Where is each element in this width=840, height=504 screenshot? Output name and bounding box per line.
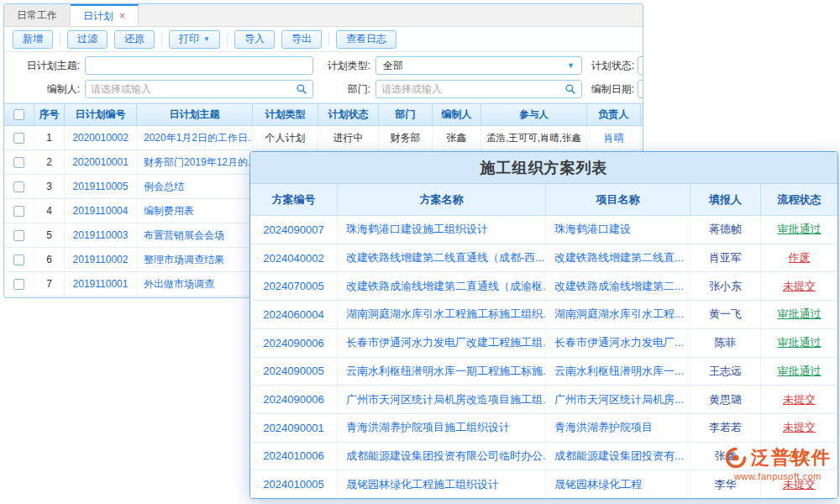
cell-plan-code[interactable]: 2019110005: [65, 175, 137, 198]
status-badge[interactable]: 未提交: [761, 272, 837, 300]
import-button[interactable]: 导入: [234, 30, 275, 49]
tab-daily-work[interactable]: 日常工作: [4, 4, 71, 26]
compile-date-input[interactable]: [638, 80, 643, 98]
toolbar-separator: [227, 33, 228, 46]
cell-plan-number[interactable]: 2024040002: [250, 244, 338, 272]
plan-type-select[interactable]: 全部 ▼: [375, 56, 582, 75]
cell-project-name[interactable]: 珠海鹤港口建设: [546, 216, 690, 244]
table-row[interactable]: 2024090001 青海洪湖养护院项目施工组织设计 青海洪湖养护院项目 李若若…: [250, 414, 837, 443]
row-checkbox[interactable]: [13, 157, 24, 168]
cell-plan-number[interactable]: 2024010005: [250, 470, 338, 498]
status-badge[interactable]: 审批通过: [761, 216, 837, 244]
cell-plan-code[interactable]: 2020010001: [65, 150, 137, 174]
cell-plan-subject[interactable]: 财务部门2019年12月的...: [137, 150, 253, 174]
cell-owner[interactable]: 肖晴: [587, 126, 641, 150]
cell-plan-name[interactable]: 晟铭园林绿化工程施工组织设计: [338, 470, 546, 498]
dept-search-field: [375, 80, 582, 98]
filter-row-1: 日计划主题: 计划类型: 全部 ▼ 计划状态:: [4, 54, 643, 77]
table-row[interactable]: 2024090005 云南水利枢纽潜明水库一期工程施工标施... 云南水利枢纽潜…: [250, 358, 837, 386]
export-button[interactable]: 导出: [281, 30, 322, 49]
plan-status-select[interactable]: [638, 56, 643, 75]
status-badge[interactable]: 未提交: [761, 386, 837, 413]
cell-plan-subject[interactable]: 例会总结: [137, 175, 253, 198]
cell-plan-subject[interactable]: 外出做市场调查: [137, 272, 253, 296]
cell-project-name[interactable]: 长春市伊通河水力发电厂...: [546, 329, 690, 357]
cell-project-name[interactable]: 改建铁路线增建第二线直...: [546, 244, 690, 272]
table-row[interactable]: 2024070005 改建铁路成渝线增建第二直通线（成渝枢... 改建铁路成渝线…: [250, 272, 837, 301]
add-button[interactable]: 新增: [13, 30, 53, 49]
row-checkbox[interactable]: [13, 181, 24, 192]
cell-plan-number[interactable]: 2024090007: [250, 216, 338, 244]
restore-button[interactable]: 还原: [114, 30, 155, 49]
cell-plan-subject[interactable]: 2020年1月2日的工作日...: [137, 126, 253, 150]
plan-status-label: 计划状态:: [589, 59, 634, 73]
cell-plan-name[interactable]: 云南水利枢纽潜明水库一期工程施工标施...: [338, 358, 546, 386]
toolbar: 新增 过滤 还原 打印 ▼ 导入 导出 查看日志: [4, 27, 643, 52]
cell-project-name[interactable]: 改建铁路成渝线增建第二...: [546, 272, 690, 300]
cell-plan-name[interactable]: 湖南洞庭湖水库引水工程施工标施工组织...: [338, 301, 546, 328]
table-row[interactable]: 1 2020010002 2020年1月2日的工作日... 个人计划 进行中 财…: [4, 126, 643, 150]
cell-plan-name[interactable]: 改建铁路线增建第二线直通线（成都-西...: [338, 244, 546, 272]
table-row[interactable]: 2024090007 珠海鹤港口建设施工组织设计 珠海鹤港口建设 蒋德帧 审批通…: [250, 216, 837, 244]
view-log-button[interactable]: 查看日志: [336, 30, 396, 49]
table-row[interactable]: 2024090006 长春市伊通河水力发电厂改建工程施工组... 长春市伊通河水…: [250, 329, 837, 358]
select-all-checkbox[interactable]: [13, 109, 24, 120]
cell-plan-name[interactable]: 成都能源建设集团投资有限公司临时办公...: [338, 443, 546, 470]
watermark-url: www.fanpusoft.com: [714, 471, 840, 481]
cell-plan-code[interactable]: 2020010002: [65, 126, 137, 150]
tab-close-icon[interactable]: ×: [119, 11, 125, 21]
cell-plan-number[interactable]: 2024070005: [250, 272, 338, 300]
row-checkbox[interactable]: [13, 133, 24, 144]
cell-plan-name[interactable]: 青海洪湖养护院项目施工组织设计: [338, 414, 546, 442]
cell-project-name[interactable]: 青海洪湖养护院项目: [546, 414, 690, 442]
cell-project-name[interactable]: 云南水利枢纽潜明水库一...: [546, 358, 690, 386]
status-badge[interactable]: 作废: [761, 244, 837, 272]
cell-plan-name[interactable]: 珠海鹤港口建设施工组织设计: [338, 216, 546, 244]
status-badge[interactable]: 未提交: [761, 414, 837, 442]
row-checkbox[interactable]: [13, 230, 24, 241]
dept-search-input[interactable]: [381, 83, 564, 95]
table-row[interactable]: 2024040002 改建铁路线增建第二线直通线（成都-西... 改建铁路线增建…: [250, 244, 837, 273]
cell-plan-code[interactable]: 2019110002: [65, 248, 137, 271]
cell-project-name[interactable]: 广州市天河区统计局机房...: [546, 386, 690, 413]
cell-plan-name[interactable]: 广州市天河区统计局机房改造项目施工组...: [338, 386, 546, 413]
dialog-table-header: 方案编号 方案名称 项目名称 填报人 流程状态: [250, 184, 837, 216]
header-plan-code: 日计划编号: [65, 104, 137, 125]
compiler-search-input[interactable]: [91, 83, 296, 95]
print-button[interactable]: 打印 ▼: [169, 30, 220, 49]
cell-plan-number[interactable]: 2024010006: [250, 443, 338, 470]
cell-plan-number[interactable]: 2024090006: [250, 329, 338, 357]
daily-plan-subject-input[interactable]: [85, 56, 313, 75]
search-icon[interactable]: [564, 83, 576, 95]
cell-plan-number[interactable]: 2024060004: [250, 301, 338, 328]
cell-plan-subject[interactable]: 整理市场调查结果: [137, 248, 253, 271]
cell-project-name[interactable]: 晟铭园林绿化工程: [546, 470, 690, 498]
import-button-label: 导入: [244, 32, 265, 46]
cell-plan-code[interactable]: 2019110001: [65, 272, 137, 296]
cell-plan-subject[interactable]: 编制费用表: [137, 199, 253, 223]
row-checkbox[interactable]: [13, 279, 24, 290]
cell-plan-code[interactable]: 2019110003: [65, 223, 137, 247]
compile-date-label: 编制日期:: [589, 82, 634, 97]
cell-plan-number[interactable]: 2024090005: [250, 358, 338, 386]
cell-plan-name[interactable]: 改建铁路成渝线增建第二直通线（成渝枢...: [338, 272, 546, 300]
cell-plan-number[interactable]: 2024090001: [250, 414, 338, 442]
cell-plan-name[interactable]: 长春市伊通河水力发电厂改建工程施工组...: [338, 329, 546, 357]
search-icon[interactable]: [296, 83, 307, 95]
cell-plan-code[interactable]: 2019110004: [65, 199, 137, 223]
table-row[interactable]: 2024060004 湖南洞庭湖水库引水工程施工标施工组织... 湖南洞庭湖水库…: [250, 301, 837, 329]
cell-plan-number[interactable]: 2024090006: [250, 386, 338, 413]
row-checkbox[interactable]: [13, 255, 24, 265]
table-row[interactable]: 2024090006 广州市天河区统计局机房改造项目施工组... 广州市天河区统…: [250, 386, 837, 414]
tab-daily-plan[interactable]: 日计划 ×: [71, 4, 139, 26]
status-badge[interactable]: 审批通过: [761, 301, 837, 328]
status-badge[interactable]: 审批通过: [761, 329, 837, 357]
row-checkbox[interactable]: [13, 206, 24, 217]
cell-plan-subject[interactable]: 布置营销展会会场: [137, 223, 253, 247]
cell-project-name[interactable]: 成都能源建设集团投资有...: [546, 443, 690, 470]
cell-project-name[interactable]: 湖南洞庭湖水库引水工程...: [546, 301, 690, 328]
cell-dept: 财务部: [379, 126, 433, 150]
header-no: 序号: [34, 104, 65, 125]
filter-button[interactable]: 过滤: [67, 30, 108, 49]
status-badge[interactable]: 审批通过: [761, 358, 837, 386]
